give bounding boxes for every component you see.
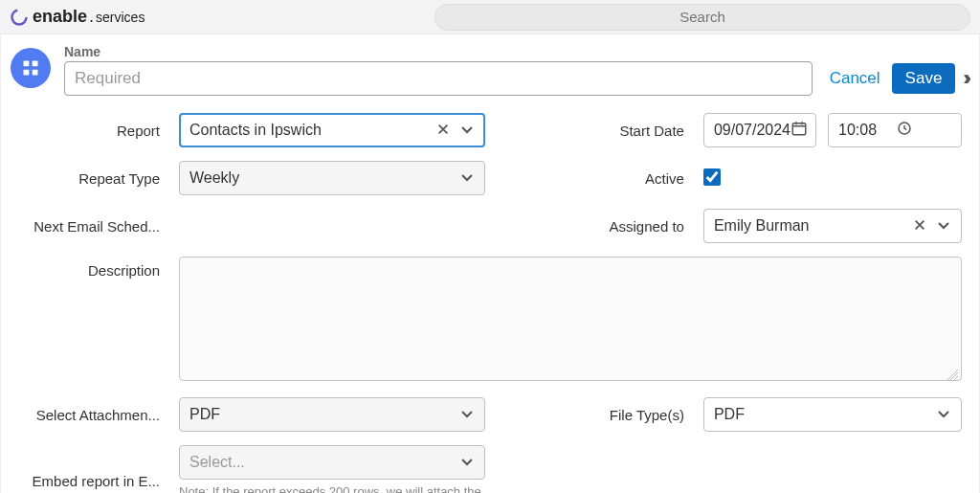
svg-point-0 <box>12 10 27 24</box>
chevron-down-icon[interactable] <box>457 169 477 188</box>
svg-rect-1 <box>24 61 30 67</box>
start-date-input[interactable]: 09/07/2024 <box>703 113 816 147</box>
report-select[interactable]: Contacts in Ipswich <box>179 113 485 147</box>
brand-bold: enable <box>33 7 87 26</box>
clock-icon[interactable] <box>896 120 953 141</box>
svg-rect-5 <box>792 123 806 135</box>
clear-icon[interactable] <box>911 217 928 235</box>
name-input[interactable] <box>64 61 813 96</box>
label-embed-report: Embed report in E... <box>16 473 160 489</box>
description-textarea[interactable] <box>179 257 962 381</box>
embed-report-select[interactable]: Select... <box>179 445 485 480</box>
svg-rect-3 <box>24 70 30 76</box>
resize-handle-icon[interactable] <box>947 369 958 380</box>
select-attachment-select[interactable]: PDF <box>179 397 485 432</box>
save-button[interactable]: Save <box>892 63 956 94</box>
report-value: Contacts in Ipswich <box>189 122 429 139</box>
chevron-down-icon[interactable] <box>457 406 477 424</box>
chevron-down-icon[interactable] <box>457 454 477 472</box>
cancel-button[interactable]: Cancel <box>826 69 884 88</box>
chevron-down-icon[interactable] <box>457 122 477 140</box>
active-checkbox[interactable] <box>703 168 721 186</box>
file-types-select[interactable]: PDF <box>703 397 962 432</box>
start-time-value: 10:08 <box>838 122 896 139</box>
repeat-type-select[interactable]: Weekly <box>179 161 485 195</box>
top-bar: enable.services <box>0 0 980 34</box>
brand-logo: enable.services <box>10 7 145 27</box>
chevron-down-icon[interactable] <box>934 406 953 424</box>
label-assigned-to: Assigned to <box>541 218 684 235</box>
module-icon <box>11 48 51 88</box>
start-time-input[interactable]: 10:08 <box>828 113 962 147</box>
brand-swirl-icon <box>10 8 29 27</box>
label-file-types: File Type(s) <box>541 407 684 423</box>
more-actions-icon[interactable]: ›› <box>963 68 969 89</box>
embed-report-placeholder: Select... <box>189 454 452 471</box>
select-attachment-value: PDF <box>189 406 452 423</box>
label-active: Active <box>541 170 684 187</box>
calendar-icon[interactable] <box>791 120 808 141</box>
form-grid: Report Contacts in Ipswich Start Date 09… <box>11 113 968 493</box>
svg-rect-4 <box>33 70 38 76</box>
svg-rect-2 <box>33 61 38 67</box>
search-input[interactable] <box>434 4 970 31</box>
assigned-to-value: Emily Burman <box>714 217 905 235</box>
label-description: Description <box>16 257 160 279</box>
repeat-type-value: Weekly <box>189 169 452 187</box>
label-start-date: Start Date <box>541 123 684 139</box>
file-types-value: PDF <box>714 406 928 423</box>
clear-icon[interactable] <box>434 122 452 139</box>
start-date-value: 09/07/2024 <box>714 122 791 139</box>
global-search[interactable] <box>434 4 970 31</box>
label-next-email: Next Email Sched... <box>16 218 160 235</box>
label-report: Report <box>16 123 160 139</box>
edit-form: Name Cancel Save ›› Report Contacts in I… <box>0 34 980 493</box>
name-label: Name <box>64 44 813 59</box>
embed-note: Note: If the report exceeds 200 rows, we… <box>179 483 485 493</box>
label-repeat-type: Repeat Type <box>16 170 160 187</box>
assigned-to-select[interactable]: Emily Burman <box>703 209 962 243</box>
label-select-attachment: Select Attachmen... <box>16 407 160 423</box>
header-row: Name Cancel Save ›› <box>11 44 969 96</box>
chevron-down-icon[interactable] <box>934 217 953 235</box>
